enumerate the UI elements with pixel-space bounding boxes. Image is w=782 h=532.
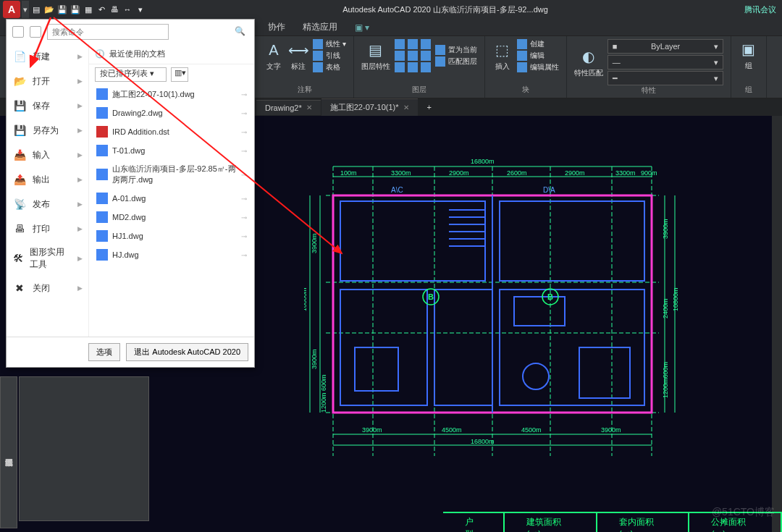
menu-item-new[interactable]: 📄新建▶: [7, 44, 88, 69]
layer-tool-2[interactable]: [395, 51, 431, 61]
close-icon[interactable]: ✕: [306, 104, 312, 111]
pin-icon[interactable]: ⊸: [241, 147, 247, 155]
sort-combo[interactable]: 按已排序列表 ▾: [95, 67, 167, 82]
leader-icon: [313, 51, 323, 61]
recent-doc-item[interactable]: A-01.dwg⊸: [89, 189, 254, 208]
view-mode-icon-2[interactable]: [30, 26, 41, 38]
tab-featured[interactable]: 精选应用: [303, 21, 337, 33]
recent-doc-item[interactable]: IRD Addition.dst⊸: [89, 122, 254, 141]
doctab-drawing2[interactable]: Drawing2*✕: [256, 100, 321, 115]
svg-text:1200m 600m: 1200m 600m: [320, 374, 327, 413]
chevron-right-icon: ▶: [77, 255, 83, 262]
exit-button[interactable]: 退出 Autodesk AutoCAD 2020: [126, 343, 248, 361]
pin-icon[interactable]: ⊸: [241, 109, 247, 117]
pin-icon[interactable]: ⊸: [241, 171, 247, 179]
create-button[interactable]: 创建: [517, 39, 559, 49]
chevron-right-icon: ▶: [77, 102, 83, 109]
table-button[interactable]: 表格: [313, 62, 346, 72]
side-panel[interactable]: [19, 376, 149, 521]
match-props-button[interactable]: ◐ 特性匹配: [574, 46, 603, 78]
tbl-h1: 户型: [443, 513, 505, 532]
view-mode-icon[interactable]: [12, 26, 24, 38]
linear-button[interactable]: 线性 ▾: [313, 39, 346, 49]
recent-docs-icon: 🕘: [95, 49, 105, 59]
chevron-right-icon: ▶: [77, 151, 83, 159]
panel-title-layers: 图层: [412, 85, 426, 96]
saveas-icon: 💾: [12, 123, 27, 138]
pin-icon[interactable]: ⊸: [241, 128, 247, 136]
meeting-indicator: 腾讯会议: [744, 4, 776, 15]
sheet-set-manager-tab[interactable]: 图纸集管理器: [0, 376, 17, 528]
layer-tool-1[interactable]: [395, 39, 431, 49]
leader-button[interactable]: 引线: [313, 51, 346, 61]
qat-arrow-icon[interactable]: ↔: [122, 4, 133, 15]
app-menu-dropdown[interactable]: ▾: [22, 1, 29, 18]
pin-icon[interactable]: ⊸: [241, 251, 247, 259]
tbl-h2: 建筑面积(㎡): [505, 513, 597, 532]
watermark: @51CTO博客: [712, 506, 775, 519]
edit-button[interactable]: 编辑: [517, 51, 559, 61]
window-title: Autodesk AutoCAD 2020 山东临沂沂南项目-多层-92...d…: [146, 4, 744, 15]
menu-item-util[interactable]: 🛠图形实用工具▶: [7, 241, 88, 276]
svg-text:3900m: 3900m: [362, 426, 382, 434]
qat-more-icon[interactable]: ▾: [135, 4, 146, 15]
linetype-combo[interactable]: —▾: [607, 55, 723, 69]
close-icon[interactable]: ✕: [403, 104, 409, 111]
recent-doc-item[interactable]: 山东临沂沂南项目-多层-92.85㎡-两房两厅.dwg⊸: [89, 160, 254, 189]
recent-doc-item[interactable]: HJ.dwg⊸: [89, 245, 254, 264]
doctab-add[interactable]: +: [419, 100, 440, 114]
recent-doc-item[interactable]: Drawing2.dwg⊸: [89, 104, 254, 122]
view-toggle[interactable]: ▥▾: [171, 67, 188, 82]
svg-text:B: B: [547, 292, 553, 301]
tab-add-icon[interactable]: ▣ ▾: [355, 22, 369, 33]
matchlayer-button[interactable]: 匹配图层: [435, 56, 477, 67]
tab-collab[interactable]: 协作: [268, 21, 285, 33]
qat-save-icon[interactable]: 💾: [56, 4, 68, 15]
search-input[interactable]: [47, 24, 169, 40]
menu-item-saveas[interactable]: 💾另存为▶: [7, 118, 88, 143]
pin-icon[interactable]: ⊸: [241, 90, 247, 98]
pin-icon[interactable]: ⊸: [241, 232, 247, 240]
recent-doc-item[interactable]: T-01.dwg⊸: [89, 141, 254, 160]
lineweight-combo[interactable]: ━▾: [607, 71, 723, 85]
util-icon: 🛠: [12, 251, 24, 266]
insert-button[interactable]: ⬚ 插入: [492, 40, 513, 72]
qat-plot-icon[interactable]: ▦: [83, 4, 94, 15]
layer-tool-3[interactable]: [395, 62, 431, 72]
ribbon-panel-annotation: A 文字 ⟷ 标注 线性 ▾ 引线 表格 注释: [256, 36, 354, 98]
vertical-scrollbar[interactable]: [772, 116, 782, 532]
qat-undo-icon[interactable]: ↶: [96, 4, 107, 15]
svg-text:4500m: 4500m: [442, 426, 462, 434]
doctab-shigong[interactable]: 施工图22-07-10(1)*✕: [321, 98, 418, 116]
menu-item-export[interactable]: 📤输出▶: [7, 167, 88, 192]
menu-item-open[interactable]: 📂打开▶: [7, 69, 88, 93]
editattr-button[interactable]: 编辑属性: [517, 62, 559, 72]
app-logo-icon[interactable]: A: [3, 1, 20, 18]
color-combo[interactable]: ■ByLayer▾: [607, 39, 723, 54]
menu-item-save[interactable]: 💾保存▶: [7, 93, 88, 118]
menu-item-publish[interactable]: 📡发布▶: [7, 192, 88, 216]
group-button[interactable]: ▣ 组: [739, 39, 759, 71]
recent-doc-item[interactable]: MD2.dwg⊸: [89, 208, 254, 227]
recent-doc-list: 施工图22-07-10(1).dwg⊸Drawing2.dwg⊸IRD Addi…: [89, 85, 254, 337]
recent-doc-item[interactable]: 施工图22-07-10(1).dwg⊸: [89, 85, 254, 104]
pin-icon[interactable]: ⊸: [241, 195, 247, 203]
qat-print-icon[interactable]: 🖶: [109, 4, 120, 15]
options-button[interactable]: 选项: [88, 343, 120, 361]
dwg-file-icon: [96, 126, 108, 138]
menu-item-import[interactable]: 📥输入▶: [7, 143, 88, 167]
dimension-button[interactable]: ⟷ 标注: [288, 40, 308, 72]
search-icon[interactable]: 🔍: [235, 26, 245, 36]
layer-props-button[interactable]: ▤ 图层特性: [361, 40, 390, 72]
recent-doc-item[interactable]: HJ1.dwg⊸: [89, 227, 254, 245]
qat-open-icon[interactable]: 📂: [43, 4, 55, 15]
pin-icon[interactable]: ⊸: [241, 214, 247, 221]
layer-props-icon: ▤: [366, 40, 386, 60]
qat-new-icon[interactable]: ▤: [30, 4, 42, 15]
svg-text:16800m: 16800m: [471, 438, 495, 445]
menu-item-print[interactable]: 🖶打印▶: [7, 216, 88, 241]
menu-item-close[interactable]: ✖关闭▶: [7, 276, 88, 300]
text-button[interactable]: A 文字: [264, 40, 284, 72]
qat-saveas-icon[interactable]: 💾: [70, 4, 81, 15]
setcurrent-button[interactable]: 置为当前: [435, 45, 477, 55]
